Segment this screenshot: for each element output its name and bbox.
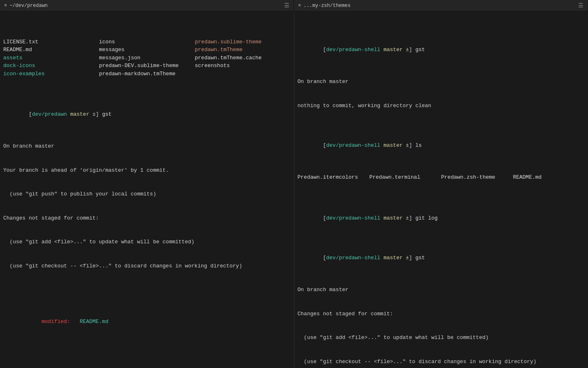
prompt-line: [dev/predawn-shell master ±] ls <box>298 134 585 158</box>
tab-bar: × ~/dev/predawn ☰ × ...my-zsh/themes ☰ <box>0 0 588 11</box>
git-status-line: modified: README.md <box>3 310 291 334</box>
file-item: LICENSE.txt <box>3 38 99 46</box>
file-item: icons <box>99 38 195 46</box>
prompt-line: [dev/predawn master ±] gst <box>3 103 291 127</box>
file-item: predawn.tmTheme <box>195 46 291 54</box>
file-listing-right: Predawn.itermcolors Predawn.terminal Pre… <box>298 173 585 182</box>
tab-pane1[interactable]: × ~/dev/predawn ☰ <box>0 0 294 11</box>
file-item: README.md <box>3 46 99 54</box>
file-item: predawn.sublime-theme <box>195 38 291 46</box>
file-listing: LICENSE.txt icons predawn.sublime-theme … <box>3 38 291 78</box>
file-item: predawn-markdown.tmTheme <box>99 70 195 78</box>
output-line: (use "git checkout -- <file>..." to disc… <box>3 262 291 270</box>
terminal-pane-left[interactable]: LICENSE.txt icons predawn.sublime-theme … <box>0 11 294 368</box>
file-item: Predawn.zsh-theme <box>441 173 513 182</box>
output-line: (use "git push" to publish your local co… <box>3 190 291 198</box>
close-icon-pane1[interactable]: × <box>4 3 7 9</box>
close-icon-pane2[interactable]: × <box>298 3 301 9</box>
tab-pane1-label: ~/dev/predawn <box>9 3 48 9</box>
output-line: On branch master <box>298 78 585 86</box>
output-line: (use "git add <file>..." to update what … <box>298 334 585 342</box>
prompt-line: [dev/predawn-shell master ±] gst <box>298 38 585 62</box>
file-item: predawn.tmTheme.cache <box>195 54 291 62</box>
output-line: On branch master <box>298 286 585 294</box>
terminal-pane-right[interactable]: [dev/predawn-shell master ±] gst On bran… <box>294 11 588 368</box>
file-item: predawn-DEV.sublime-theme <box>99 62 195 70</box>
prompt-line: [dev/predawn-shell master ±] gst <box>298 246 585 270</box>
output-line: Your branch is ahead of 'origin/master' … <box>3 166 291 175</box>
file-item: Predawn.terminal <box>369 173 441 182</box>
file-item: icon-examples <box>3 70 99 78</box>
output-line: (use "git add <file>..." to update what … <box>3 238 291 246</box>
tab-pane2-label: ...my-zsh/themes <box>303 3 350 9</box>
prompt-line: [dev/predawn-shell master ±] git log <box>298 206 585 230</box>
file-item: messages.json <box>99 54 195 62</box>
output-line: Changes not staged for commit: <box>298 310 585 318</box>
file-item: assets <box>3 54 99 62</box>
output-line: (use "git checkout -- <file>..." to disc… <box>298 358 585 366</box>
output-line: nothing to commit, working directory cle… <box>298 102 585 110</box>
file-item <box>195 70 291 78</box>
output-line: On branch master <box>3 142 291 150</box>
terminal-app: × ~/dev/predawn ☰ × ...my-zsh/themes ☰ L… <box>0 0 588 368</box>
file-item: README.md <box>513 173 585 182</box>
output-line: Changes not staged for commit: <box>3 214 291 222</box>
menu-icon-pane2[interactable]: ☰ <box>578 2 584 9</box>
panes-content: LICENSE.txt icons predawn.sublime-theme … <box>0 11 588 368</box>
file-item: dock-icons <box>3 62 99 70</box>
file-item: messages <box>99 46 195 54</box>
menu-icon-pane1[interactable]: ☰ <box>284 2 290 9</box>
tab-pane2[interactable]: × ...my-zsh/themes ☰ <box>294 0 588 11</box>
file-item: screenshots <box>195 62 291 70</box>
file-item: Predawn.itermcolors <box>298 173 370 182</box>
